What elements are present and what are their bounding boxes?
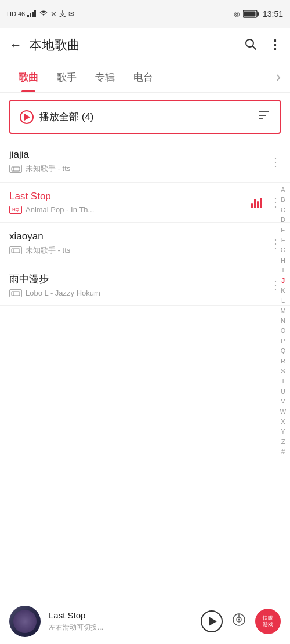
equalizer-icon bbox=[251, 197, 262, 208]
eq-bar-4 bbox=[260, 198, 262, 208]
status-bar: HD 46 ✕ 支 ✉ ◎ 13:51 bbox=[0, 0, 290, 28]
svg-rect-0 bbox=[27, 15, 29, 17]
alpha-R[interactable]: R bbox=[278, 357, 288, 366]
msg-icon: ✉ bbox=[68, 10, 74, 18]
play-all-bar[interactable]: 播放全部 (4) bbox=[9, 100, 281, 134]
svg-rect-3 bbox=[34, 10, 36, 17]
eq-bar-1 bbox=[251, 203, 253, 208]
svg-rect-16 bbox=[12, 292, 20, 296]
more-options-icon[interactable]: ⋮ bbox=[270, 155, 281, 169]
tab-songs[interactable]: 歌曲 bbox=[9, 63, 48, 92]
alpha-A[interactable]: A bbox=[278, 185, 288, 194]
alpha-Q[interactable]: Q bbox=[278, 347, 288, 355]
tab-artists[interactable]: 歌手 bbox=[48, 63, 86, 92]
tab-albums[interactable]: 专辑 bbox=[86, 63, 124, 92]
screen-icon: ◎ bbox=[234, 10, 240, 18]
alphabet-sidebar: A B C D E F G H I J K L M N O P Q R S T … bbox=[278, 185, 288, 457]
alpha-J[interactable]: J bbox=[278, 276, 288, 285]
alpha-X[interactable]: X bbox=[278, 417, 288, 426]
svg-rect-12 bbox=[12, 167, 20, 171]
more-menu-icon[interactable]: ⋮ bbox=[269, 38, 281, 53]
alpha-N[interactable]: N bbox=[278, 316, 288, 325]
alpha-B[interactable]: B bbox=[278, 195, 288, 204]
player-song-title: Last Stop bbox=[49, 610, 193, 620]
song-artist: 未知歌手 - tts bbox=[26, 245, 70, 256]
player-controls: 快眼游戏 bbox=[201, 609, 281, 634]
alpha-Z[interactable]: Z bbox=[278, 438, 288, 446]
tab-more[interactable] bbox=[267, 63, 290, 92]
song-title: Last Stop bbox=[9, 191, 251, 202]
alpha-V[interactable]: V bbox=[278, 397, 288, 406]
time-display: 13:51 bbox=[263, 9, 283, 19]
play-all-left: 播放全部 (4) bbox=[20, 110, 94, 124]
quality-badge bbox=[9, 246, 22, 254]
battery-icon bbox=[243, 10, 259, 18]
back-button[interactable]: ← bbox=[9, 38, 22, 53]
song-meta: HQ Animal Pop - In Th... bbox=[9, 205, 251, 214]
song-meta: Lobo L - Jazzy Hokum bbox=[9, 289, 270, 297]
chevron-right-icon bbox=[275, 73, 282, 82]
list-item[interactable]: 雨中漫步 Lobo L - Jazzy Hokum ⋮ bbox=[0, 264, 290, 306]
alpha-C[interactable]: C bbox=[278, 206, 288, 214]
alpha-K[interactable]: K bbox=[278, 286, 288, 295]
status-left: HD 46 ✕ 支 ✉ bbox=[7, 9, 74, 19]
eq-bar-2 bbox=[254, 199, 256, 208]
alpha-O[interactable]: O bbox=[278, 326, 288, 335]
alpha-D[interactable]: D bbox=[278, 216, 288, 224]
notif-icon: 支 bbox=[59, 9, 66, 19]
alpha-L[interactable]: L bbox=[278, 296, 288, 305]
header: ← 本地歌曲 ⋮ bbox=[0, 28, 290, 63]
song-title: xiaoyan bbox=[9, 231, 270, 242]
quality-badge bbox=[9, 165, 22, 173]
svg-rect-1 bbox=[30, 13, 31, 17]
svg-rect-6 bbox=[244, 12, 255, 17]
page-title: 本地歌曲 bbox=[29, 37, 237, 54]
svg-rect-5 bbox=[257, 12, 259, 16]
alpha-P[interactable]: P bbox=[278, 337, 288, 345]
play-triangle-icon bbox=[24, 114, 30, 121]
alpha-hash[interactable]: # bbox=[278, 447, 288, 456]
album-icon bbox=[11, 166, 20, 172]
alpha-W[interactable]: W bbox=[278, 407, 288, 416]
play-all-label: 播放全部 (4) bbox=[39, 110, 94, 123]
player-logo: 快眼游戏 bbox=[255, 609, 281, 634]
player-info: Last Stop 左右滑动可切换... bbox=[49, 610, 193, 632]
alpha-E[interactable]: E bbox=[278, 226, 288, 235]
album-art-inner bbox=[13, 610, 37, 633]
tabs-bar: 歌曲 歌手 专辑 电台 bbox=[0, 63, 290, 93]
song-meta: 未知歌手 - tts bbox=[9, 163, 270, 174]
tab-radio[interactable]: 电台 bbox=[124, 63, 162, 92]
list-item[interactable]: Last Stop HQ Animal Pop - In Th... ⋮ bbox=[0, 183, 290, 223]
header-icons: ⋮ bbox=[244, 38, 281, 53]
alpha-I[interactable]: I bbox=[278, 266, 288, 275]
alpha-M[interactable]: M bbox=[278, 307, 288, 315]
player-play-button[interactable] bbox=[201, 610, 223, 632]
sort-svg bbox=[258, 109, 270, 122]
alpha-H[interactable]: H bbox=[278, 256, 288, 265]
playlist-icon[interactable] bbox=[232, 613, 246, 630]
alpha-S[interactable]: S bbox=[278, 367, 288, 376]
song-title: jiajia bbox=[9, 149, 270, 161]
song-info: 雨中漫步 Lobo L - Jazzy Hokum bbox=[9, 272, 270, 297]
song-artist: Lobo L - Jazzy Hokum bbox=[26, 289, 100, 297]
search-icon[interactable] bbox=[244, 38, 257, 53]
alpha-Y[interactable]: Y bbox=[278, 427, 288, 436]
svg-rect-2 bbox=[32, 12, 34, 17]
wifi-icon bbox=[39, 10, 48, 17]
playlist-svg bbox=[232, 613, 246, 627]
alpha-F[interactable]: F bbox=[278, 236, 288, 245]
alpha-U[interactable]: U bbox=[278, 387, 288, 396]
sort-icon[interactable] bbox=[258, 109, 270, 125]
alpha-G[interactable]: G bbox=[278, 246, 288, 254]
alpha-T[interactable]: T bbox=[278, 377, 288, 385]
play-all-circle-icon bbox=[20, 110, 34, 124]
song-meta: 未知歌手 - tts bbox=[9, 245, 270, 256]
song-artist: 未知歌手 - tts bbox=[26, 163, 70, 174]
signal-icon bbox=[27, 10, 37, 17]
song-title: 雨中漫步 bbox=[9, 272, 270, 286]
list-item[interactable]: xiaoyan 未知歌手 - tts ⋮ bbox=[0, 223, 290, 264]
song-info: Last Stop HQ Animal Pop - In Th... bbox=[9, 191, 251, 214]
song-actions: ⋮ bbox=[270, 155, 281, 169]
list-item[interactable]: jiajia 未知歌手 - tts ⋮ bbox=[0, 141, 290, 183]
content-area: 播放全部 (4) jiajia 未知歌手 - tts bbox=[0, 93, 290, 598]
